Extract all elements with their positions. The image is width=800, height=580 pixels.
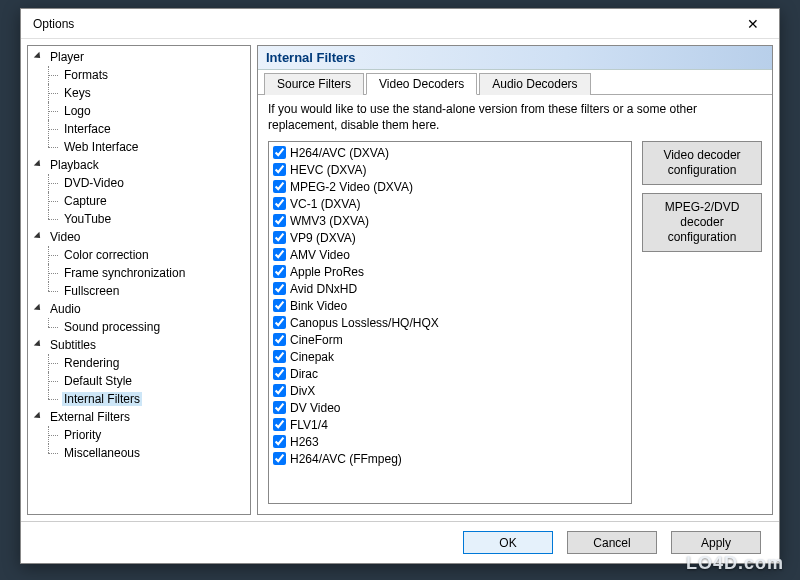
- tab-bar: Source FiltersVideo DecodersAudio Decode…: [258, 70, 772, 95]
- codec-item[interactable]: MPEG-2 Video (DXVA): [271, 178, 629, 195]
- tree-item-label: Interface: [62, 122, 113, 136]
- codec-list[interactable]: H264/AVC (DXVA)HEVC (DXVA)MPEG-2 Video (…: [269, 142, 631, 503]
- window-title: Options: [29, 17, 74, 31]
- tree-category[interactable]: Player: [34, 48, 250, 66]
- codec-label: HEVC (DXVA): [290, 163, 366, 177]
- codec-checkbox[interactable]: [273, 248, 286, 261]
- codec-item[interactable]: FLV1/4: [271, 416, 629, 433]
- cancel-button[interactable]: Cancel: [567, 531, 657, 554]
- codec-label: H264/AVC (FFmpeg): [290, 452, 402, 466]
- codec-checkbox[interactable]: [273, 384, 286, 397]
- tree-item[interactable]: Rendering: [48, 354, 250, 372]
- tab[interactable]: Source Filters: [264, 73, 364, 95]
- chevron-down-icon: [34, 304, 44, 314]
- tree-category[interactable]: Subtitles: [34, 336, 250, 354]
- codec-checkbox[interactable]: [273, 146, 286, 159]
- tree-item-label: Rendering: [62, 356, 121, 370]
- tree-category-label: Subtitles: [48, 338, 98, 352]
- tree-item-label: Priority: [62, 428, 103, 442]
- tree-category-label: Video: [48, 230, 82, 244]
- tree-item[interactable]: Formats: [48, 66, 250, 84]
- codec-item[interactable]: VP9 (DXVA): [271, 229, 629, 246]
- category-tree-panel[interactable]: PlayerFormatsKeysLogoInterfaceWeb Interf…: [27, 45, 251, 515]
- codec-label: VC-1 (DXVA): [290, 197, 360, 211]
- codec-checkbox[interactable]: [273, 367, 286, 380]
- codec-label: FLV1/4: [290, 418, 328, 432]
- tree-item[interactable]: Keys: [48, 84, 250, 102]
- codec-checkbox[interactable]: [273, 452, 286, 465]
- codec-checkbox[interactable]: [273, 418, 286, 431]
- codec-label: DivX: [290, 384, 315, 398]
- codec-item[interactable]: VC-1 (DXVA): [271, 195, 629, 212]
- tree-item-label: Fullscreen: [62, 284, 121, 298]
- codec-checkbox[interactable]: [273, 401, 286, 414]
- tree-item[interactable]: Internal Filters: [48, 390, 250, 408]
- codec-checkbox[interactable]: [273, 214, 286, 227]
- tree-item[interactable]: Sound processing: [48, 318, 250, 336]
- close-button[interactable]: ✕: [735, 12, 771, 36]
- tree-item[interactable]: YouTube: [48, 210, 250, 228]
- codec-item[interactable]: Avid DNxHD: [271, 280, 629, 297]
- dialog-footer: OK Cancel Apply: [21, 521, 779, 563]
- tree-item[interactable]: Web Interface: [48, 138, 250, 156]
- tree-item-label: DVD-Video: [62, 176, 126, 190]
- codec-item[interactable]: H264/AVC (FFmpeg): [271, 450, 629, 467]
- codec-item[interactable]: AMV Video: [271, 246, 629, 263]
- tree-item[interactable]: Capture: [48, 192, 250, 210]
- tab[interactable]: Video Decoders: [366, 73, 477, 95]
- tree-category[interactable]: Playback: [34, 156, 250, 174]
- codec-checkbox[interactable]: [273, 163, 286, 176]
- codec-item[interactable]: DV Video: [271, 399, 629, 416]
- codec-checkbox[interactable]: [273, 282, 286, 295]
- tab[interactable]: Audio Decoders: [479, 73, 590, 95]
- codec-item[interactable]: CineForm: [271, 331, 629, 348]
- codec-checkbox[interactable]: [273, 197, 286, 210]
- codec-item[interactable]: H264/AVC (DXVA): [271, 144, 629, 161]
- codec-item[interactable]: Apple ProRes: [271, 263, 629, 280]
- tree-item[interactable]: Fullscreen: [48, 282, 250, 300]
- codec-item[interactable]: WMV3 (DXVA): [271, 212, 629, 229]
- codec-label: Dirac: [290, 367, 318, 381]
- codec-item[interactable]: Bink Video: [271, 297, 629, 314]
- tree-item[interactable]: Interface: [48, 120, 250, 138]
- codec-checkbox[interactable]: [273, 316, 286, 329]
- close-icon: ✕: [747, 16, 759, 32]
- tree-item[interactable]: Frame synchronization: [48, 264, 250, 282]
- codec-item[interactable]: DivX: [271, 382, 629, 399]
- codec-checkbox[interactable]: [273, 333, 286, 346]
- codec-item[interactable]: Dirac: [271, 365, 629, 382]
- video-decoder-config-button[interactable]: Video decoder configuration: [642, 141, 762, 185]
- content-body: H264/AVC (DXVA)HEVC (DXVA)MPEG-2 Video (…: [258, 141, 772, 514]
- tree-item[interactable]: Color correction: [48, 246, 250, 264]
- codec-checkbox[interactable]: [273, 265, 286, 278]
- tree-category[interactable]: Video: [34, 228, 250, 246]
- codec-checkbox[interactable]: [273, 350, 286, 363]
- chevron-down-icon: [34, 412, 44, 422]
- codec-item[interactable]: HEVC (DXVA): [271, 161, 629, 178]
- mpeg2-decoder-config-button[interactable]: MPEG-2/DVD decoder configuration: [642, 193, 762, 252]
- codec-item[interactable]: Cinepak: [271, 348, 629, 365]
- tree-item[interactable]: DVD-Video: [48, 174, 250, 192]
- codec-checkbox[interactable]: [273, 180, 286, 193]
- tree-item[interactable]: Default Style: [48, 372, 250, 390]
- tree-category[interactable]: External Filters: [34, 408, 250, 426]
- ok-button[interactable]: OK: [463, 531, 553, 554]
- window-body: PlayerFormatsKeysLogoInterfaceWeb Interf…: [21, 39, 779, 521]
- codec-checkbox[interactable]: [273, 299, 286, 312]
- codec-checkbox[interactable]: [273, 231, 286, 244]
- tree-item-label: Sound processing: [62, 320, 162, 334]
- codec-item[interactable]: H263: [271, 433, 629, 450]
- codec-label: CineForm: [290, 333, 343, 347]
- tree-item-label: YouTube: [62, 212, 113, 226]
- codec-item[interactable]: Canopus Lossless/HQ/HQX: [271, 314, 629, 331]
- options-window: Options ✕ PlayerFormatsKeysLogoInterface…: [20, 8, 780, 564]
- tree-item[interactable]: Logo: [48, 102, 250, 120]
- panel-description: If you would like to use the stand-alone…: [258, 95, 772, 141]
- tree-item[interactable]: Miscellaneous: [48, 444, 250, 462]
- tree-category-label: Player: [48, 50, 86, 64]
- tree-item-label: Miscellaneous: [62, 446, 142, 460]
- codec-checkbox[interactable]: [273, 435, 286, 448]
- apply-button[interactable]: Apply: [671, 531, 761, 554]
- tree-category[interactable]: Audio: [34, 300, 250, 318]
- tree-item[interactable]: Priority: [48, 426, 250, 444]
